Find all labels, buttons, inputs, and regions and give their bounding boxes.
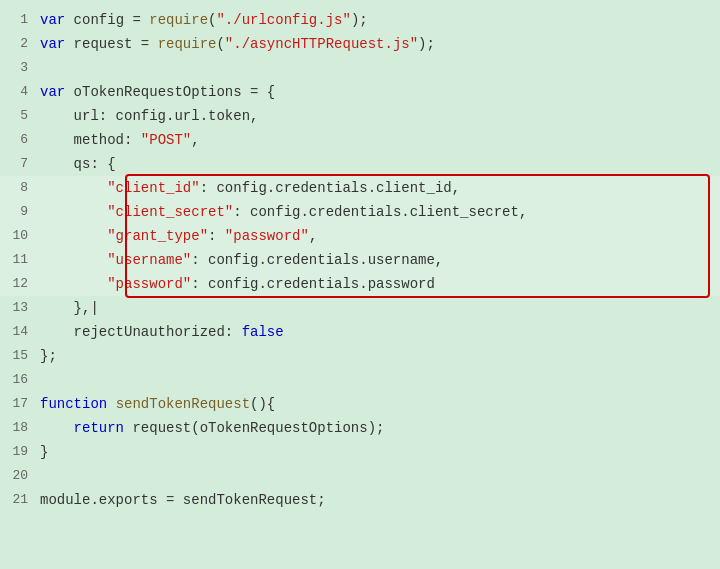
code-line: 15}; bbox=[0, 344, 720, 368]
line-content: var request = require("./asyncHTTPReques… bbox=[40, 33, 720, 55]
line-number: 13 bbox=[0, 297, 40, 319]
line-content: "client_id": config.credentials.client_i… bbox=[40, 177, 720, 199]
line-number: 1 bbox=[0, 9, 40, 31]
code-line: 10 "grant_type": "password", bbox=[0, 224, 720, 248]
code-line: 17function sendTokenRequest(){ bbox=[0, 392, 720, 416]
line-content: "password": config.credentials.password bbox=[40, 273, 720, 295]
line-number: 9 bbox=[0, 201, 40, 223]
line-number: 10 bbox=[0, 225, 40, 247]
line-number: 4 bbox=[0, 81, 40, 103]
line-number: 14 bbox=[0, 321, 40, 343]
line-number: 7 bbox=[0, 153, 40, 175]
line-number: 5 bbox=[0, 105, 40, 127]
code-line: 16 bbox=[0, 368, 720, 392]
line-content: "client_secret": config.credentials.clie… bbox=[40, 201, 720, 223]
line-content: },| bbox=[40, 297, 720, 319]
code-editor: 1var config = require("./urlconfig.js");… bbox=[0, 0, 720, 569]
line-number: 21 bbox=[0, 489, 40, 511]
code-line: 13 },| bbox=[0, 296, 720, 320]
code-line: 12 "password": config.credentials.passwo… bbox=[0, 272, 720, 296]
line-number: 20 bbox=[0, 465, 40, 487]
line-content: var config = require("./urlconfig.js"); bbox=[40, 9, 720, 31]
line-number: 11 bbox=[0, 249, 40, 271]
code-line: 8 "client_id": config.credentials.client… bbox=[0, 176, 720, 200]
code-line: 2var request = require("./asyncHTTPReque… bbox=[0, 32, 720, 56]
code-line: 7 qs: { bbox=[0, 152, 720, 176]
line-content: function sendTokenRequest(){ bbox=[40, 393, 720, 415]
line-number: 3 bbox=[0, 57, 40, 79]
code-line: 21module.exports = sendTokenRequest; bbox=[0, 488, 720, 512]
line-number: 12 bbox=[0, 273, 40, 295]
line-number: 8 bbox=[0, 177, 40, 199]
line-number: 15 bbox=[0, 345, 40, 367]
line-content: var oTokenRequestOptions = { bbox=[40, 81, 720, 103]
line-content: url: config.url.token, bbox=[40, 105, 720, 127]
code-line: 6 method: "POST", bbox=[0, 128, 720, 152]
code-line: 14 rejectUnauthorized: false bbox=[0, 320, 720, 344]
line-content: } bbox=[40, 441, 720, 463]
line-content: "grant_type": "password", bbox=[40, 225, 720, 247]
code-line: 19} bbox=[0, 440, 720, 464]
line-number: 19 bbox=[0, 441, 40, 463]
line-content: method: "POST", bbox=[40, 129, 720, 151]
line-content: "username": config.credentials.username, bbox=[40, 249, 720, 271]
line-number: 18 bbox=[0, 417, 40, 439]
code-line: 18 return request(oTokenRequestOptions); bbox=[0, 416, 720, 440]
line-content: qs: { bbox=[40, 153, 720, 175]
line-content: }; bbox=[40, 345, 720, 367]
line-number: 16 bbox=[0, 369, 40, 391]
line-number: 6 bbox=[0, 129, 40, 151]
line-number: 17 bbox=[0, 393, 40, 415]
code-line: 9 "client_secret": config.credentials.cl… bbox=[0, 200, 720, 224]
line-content: return request(oTokenRequestOptions); bbox=[40, 417, 720, 439]
code-line: 11 "username": config.credentials.userna… bbox=[0, 248, 720, 272]
line-number: 2 bbox=[0, 33, 40, 55]
code-line: 3 bbox=[0, 56, 720, 80]
code-line: 4var oTokenRequestOptions = { bbox=[0, 80, 720, 104]
line-content: rejectUnauthorized: false bbox=[40, 321, 720, 343]
code-line: 5 url: config.url.token, bbox=[0, 104, 720, 128]
line-content: module.exports = sendTokenRequest; bbox=[40, 489, 720, 511]
code-line: 20 bbox=[0, 464, 720, 488]
code-line: 1var config = require("./urlconfig.js"); bbox=[0, 8, 720, 32]
